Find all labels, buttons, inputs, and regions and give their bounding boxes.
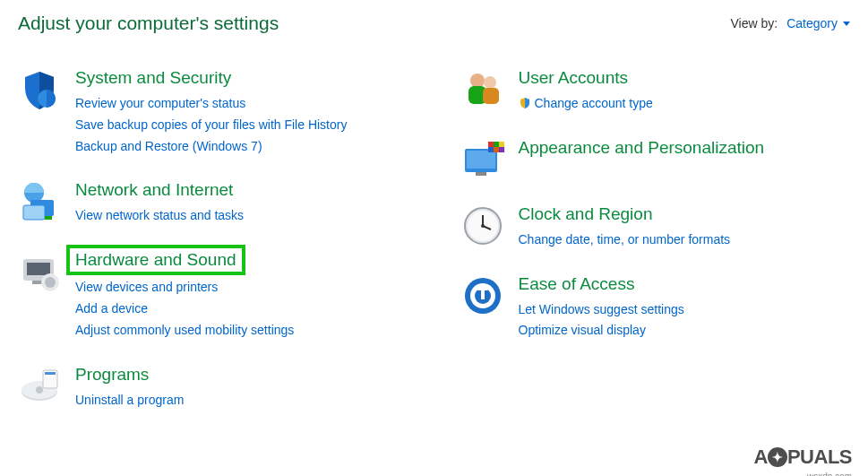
task-link[interactable]: Change account type [519,93,814,115]
users-icon [461,68,504,111]
svg-rect-21 [476,172,486,176]
svg-point-32 [481,224,485,228]
task-link[interactable]: View devices and printers [75,277,371,299]
category-body: System and SecurityReview your computer'… [75,68,408,157]
category-right-0: User AccountsChange account type [461,68,851,115]
category-body: Ease of AccessLet Windows suggest settin… [519,274,851,342]
task-link[interactable]: Review your computer's status [75,93,371,115]
svg-rect-26 [494,147,499,152]
svg-rect-14 [45,372,56,375]
category-title-link[interactable]: Hardware and Sound [66,245,245,275]
category-title-link[interactable]: Programs [75,365,149,385]
svg-point-17 [484,76,496,89]
task-link[interactable]: Change date, time, or number formats [519,229,814,251]
ease-icon [461,274,504,317]
category-title-link[interactable]: Ease of Access [519,274,635,294]
category-body: ProgramsUninstall a program [75,365,408,411]
svg-rect-27 [499,147,504,152]
network-icon [18,180,61,223]
category-title-link[interactable]: Clock and Region [519,204,653,224]
svg-rect-23 [494,142,499,147]
category-body: Network and InternetView network status … [75,180,408,227]
watermark-brand: A✦PUALS [754,446,852,469]
view-by-value-text: Category [786,16,838,30]
category-body: Appearance and Personalization [519,138,851,163]
task-link[interactable]: Let Windows suggest settings [519,299,814,321]
category-title-link[interactable]: Network and Internet [75,180,233,200]
category-left-0: System and SecurityReview your computer'… [18,68,408,157]
task-link[interactable]: View network status and tasks [75,205,371,227]
view-by-container: View by: Category [731,16,850,30]
view-by-label: View by: [731,16,778,30]
svg-rect-6 [27,263,50,275]
svg-rect-25 [488,147,494,152]
svg-point-12 [36,386,43,394]
appearance-icon [461,138,504,181]
task-link[interactable]: Adjust commonly used mobility settings [75,320,371,342]
svg-point-9 [45,277,56,288]
task-link[interactable]: Uninstall a program [75,390,371,411]
category-body: Clock and RegionChange date, time, or nu… [519,204,851,251]
category-title-link[interactable]: System and Security [75,68,231,88]
chevron-down-icon [843,22,850,26]
category-right-1: Appearance and Personalization [461,138,851,181]
svg-rect-22 [488,142,494,147]
shield-icon [18,68,61,111]
uac-shield-icon [519,97,531,109]
svg-point-15 [470,74,485,88]
programs-icon [18,365,61,408]
category-left-2: Hardware and SoundView devices and print… [18,250,408,341]
category-left-3: ProgramsUninstall a program [18,365,408,411]
svg-rect-4 [45,216,52,220]
svg-rect-18 [483,88,499,104]
svg-rect-24 [499,142,504,147]
svg-rect-20 [467,151,495,169]
category-right-3: Ease of AccessLet Windows suggest settin… [461,274,851,342]
task-link[interactable]: Save backup copies of your files with Fi… [75,115,371,136]
category-title-link[interactable]: User Accounts [519,68,629,88]
category-right-2: Clock and RegionChange date, time, or nu… [461,204,851,251]
svg-rect-3 [23,205,45,220]
task-link-label: Change account type [535,96,653,110]
task-link[interactable]: Optimize visual display [519,320,814,342]
view-by-dropdown[interactable]: Category [786,16,850,30]
category-title-link[interactable]: Appearance and Personalization [519,138,765,158]
page-title: Adjust your computer's settings [18,13,279,34]
category-body: Hardware and SoundView devices and print… [75,250,408,341]
watermark-sub: wsxdn.com [807,472,852,476]
category-body: User AccountsChange account type [519,68,851,115]
clock-icon [461,204,504,247]
category-left-1: Network and InternetView network status … [18,180,408,227]
hardware-icon [18,250,61,293]
task-link[interactable]: Backup and Restore (Windows 7) [75,136,371,158]
task-link[interactable]: Add a device [75,299,371,320]
